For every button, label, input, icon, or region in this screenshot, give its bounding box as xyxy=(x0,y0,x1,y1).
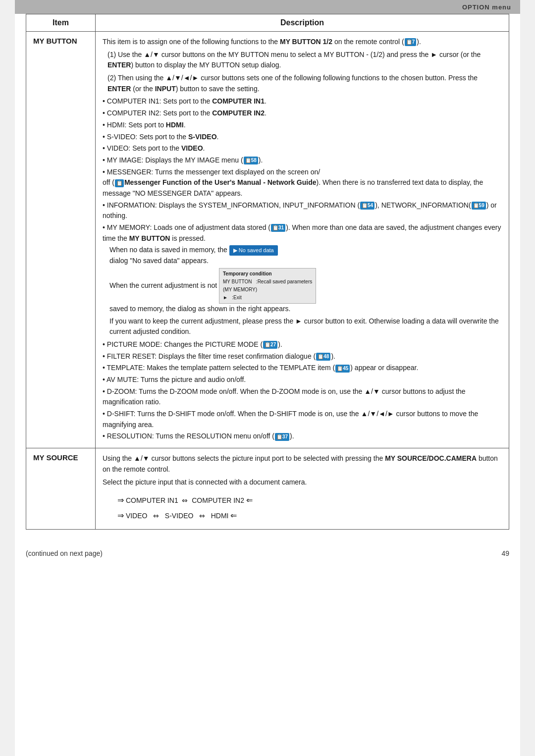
arrow-row-2: ⇒ VIDEO ⇔ S-VIDEO ⇔ HDMI ⇐ xyxy=(117,509,502,523)
item-cell-mybutton: MY BUTTON xyxy=(26,32,96,448)
dialog-temp-row3: ► :Exit xyxy=(223,294,312,302)
footer: (continued on next page) 49 xyxy=(15,544,520,561)
ref-icon-7: 📋7 xyxy=(405,38,417,46)
ref-icon-45: 📋45 xyxy=(335,365,350,373)
list-item: VIDEO: Sets port to the VIDEO. xyxy=(103,143,502,154)
ref-icon-54: 📋54 xyxy=(360,202,374,210)
ref-icon-37: 📋37 xyxy=(275,433,289,441)
list-item: HDMI: Sets port to HDMI. xyxy=(103,120,502,131)
dialog-temp-row2: (MY MEMORY) xyxy=(223,286,312,294)
ref-icon-31: 📋31 xyxy=(271,224,285,232)
list-item: RESOLUTION: Turns the RESOLUTION menu on… xyxy=(103,431,502,442)
main-table: Item Description MY BUTTON This item is … xyxy=(26,14,509,530)
desc-para-3: (2) Then using the ▲/▼/◄/► cursor button… xyxy=(103,73,502,94)
list-item: MESSENGER: Turns the messenger text disp… xyxy=(103,167,502,199)
list-item: AV MUTE: Turns the picture and audio on/… xyxy=(103,375,502,385)
list-item: S-VIDEO: Sets port to the S-VIDEO. xyxy=(103,132,502,143)
dialog-no-saved-badge: ▶ No saved data xyxy=(229,245,278,256)
table-row: MY SOURCE Using the ▲/▼ cursor buttons s… xyxy=(26,448,509,530)
page-number: 49 xyxy=(501,549,509,557)
list-item: D-ZOOM: Turns the D-ZOOM mode on/off. Wh… xyxy=(103,386,502,408)
arrow-row-1: ⇒ COMPUTER IN1 ⇔ COMPUTER IN2 ⇐ xyxy=(117,493,502,508)
table-row: MY BUTTON This item is to assign one of … xyxy=(26,32,509,448)
desc-para-nosaved: When no data is saved in memory, the ▶ N… xyxy=(109,245,502,267)
ref-icon-48: 📋48 xyxy=(316,353,330,361)
bullet-list-2: PICTURE MODE: Changes the PICTURE MODE (… xyxy=(103,339,502,442)
mysource-para-2: Select the picture input that is connect… xyxy=(103,477,502,488)
desc-para-keep: If you want to keep the current adjustme… xyxy=(109,316,502,337)
list-item: PICTURE MODE: Changes the PICTURE MODE (… xyxy=(103,339,502,350)
list-item: MY MEMORY: Loads one of adjustment data … xyxy=(103,222,502,244)
dialog-temp-row1: MY BUTTON :Recall saved parameters xyxy=(223,278,312,286)
bullet-list: COMPUTER IN1: Sets port to the COMPUTER … xyxy=(103,96,502,244)
header-label: OPTION menu xyxy=(462,3,511,11)
content: Item Description MY BUTTON This item is … xyxy=(15,14,520,544)
ref-icon-59: 📋59 xyxy=(472,202,486,210)
dialog-temporary-badge: Temporary condition MY BUTTON :Recall sa… xyxy=(219,268,316,304)
item-cell-mysource: MY SOURCE xyxy=(26,448,96,530)
list-item: D-SHIFT: Turns the D-SHIFT mode on/off. … xyxy=(103,409,502,430)
desc-para-tempcond: When the current adjustment is not Tempo… xyxy=(109,268,502,315)
continued-text: (continued on next page) xyxy=(26,549,103,557)
arrow-right-1: ⇒ xyxy=(117,496,124,504)
list-item: MY IMAGE: Displays the MY IMAGE menu (📋5… xyxy=(103,155,502,166)
page: OPTION menu Item Description MY BUTTON T… xyxy=(15,0,520,756)
arrow-diagram: ⇒ COMPUTER IN1 ⇔ COMPUTER IN2 ⇐ ⇒ VIDEO … xyxy=(117,493,502,523)
list-item: COMPUTER IN2: Sets port to the COMPUTER … xyxy=(103,108,502,119)
desc-cell-mysource: Using the ▲/▼ cursor buttons selects the… xyxy=(96,448,509,530)
arrow-left-1: ⇐ xyxy=(246,496,253,504)
ref-icon-58: 📋58 xyxy=(244,157,258,164)
mysource-para-1: Using the ▲/▼ cursor buttons selects the… xyxy=(103,453,502,475)
desc-para-2: (1) Use the ▲/▼ cursor buttons on the MY… xyxy=(103,50,502,71)
header-bar: OPTION menu xyxy=(15,0,520,14)
col2-header: Description xyxy=(96,14,509,32)
list-item: TEMPLATE: Makes the template pattern sel… xyxy=(103,363,502,374)
dialog-temp-title: Temporary condition xyxy=(223,270,312,278)
desc-cell-mybutton: This item is to assign one of the follow… xyxy=(96,32,509,448)
list-item: FILTER RESET: Displays the filter time r… xyxy=(103,351,502,362)
ref-icon-messenger: 📋 xyxy=(115,179,124,187)
list-item: COMPUTER IN1: Sets port to the COMPUTER … xyxy=(103,96,502,107)
arrow-right-2: ⇒ xyxy=(117,511,124,520)
col1-header: Item xyxy=(26,14,96,32)
arrow-left-2: ⇐ xyxy=(230,511,237,520)
ref-icon-27: 📋27 xyxy=(263,341,277,349)
list-item: INFORMATION: Displays the SYSTEM_INFORMA… xyxy=(103,200,502,221)
desc-para-1: This item is to assign one of the follow… xyxy=(103,37,502,48)
